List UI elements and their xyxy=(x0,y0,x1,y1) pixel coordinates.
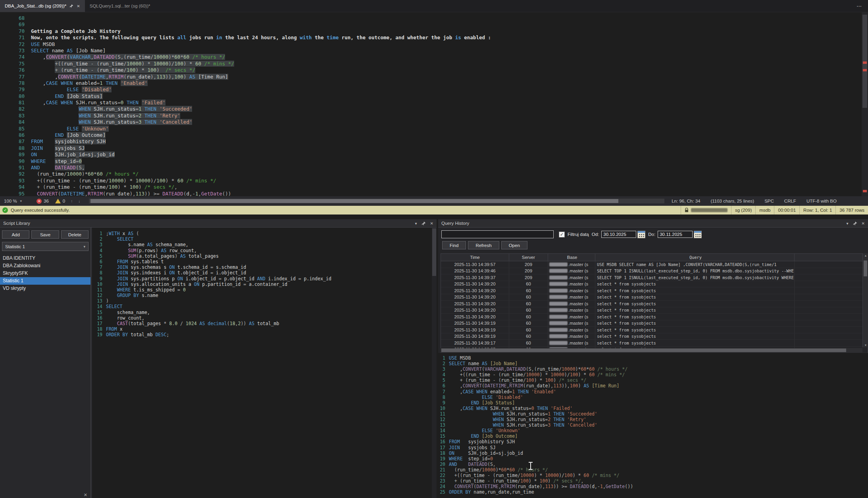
column-header[interactable]: Server xyxy=(509,254,548,261)
code-line: 9 JOIN sys.partitions p ON i.object_id =… xyxy=(92,276,437,282)
history-row[interactable]: 2025-11-30 14:39:37209.master (sSELECT T… xyxy=(441,274,868,281)
line-number: 73 xyxy=(0,48,31,54)
script-editor-scrollbar[interactable] xyxy=(432,228,437,498)
script-list-item[interactable]: VD skrypty xyxy=(0,285,90,292)
column-header[interactable]: Time xyxy=(441,254,509,261)
script-category-select[interactable]: Statistic 1 ▾ xyxy=(2,242,89,251)
warning-icon[interactable] xyxy=(55,199,61,203)
search-input[interactable] xyxy=(441,230,554,238)
close-icon[interactable]: ✕ xyxy=(862,221,865,226)
document-tab[interactable]: DBA_Job_Stat...db (sg (209))*✕ xyxy=(0,0,85,12)
table-cell: 60 xyxy=(509,307,548,314)
chevron-down-icon[interactable]: ▾ xyxy=(847,221,849,226)
scroll-up-icon[interactable]: ▲ xyxy=(863,254,868,257)
table-cell: .master (s xyxy=(548,307,595,314)
scrollbar-thumb[interactable] xyxy=(90,199,618,203)
filter-date-checkbox[interactable]: ✓ xyxy=(559,232,565,238)
history-open-button[interactable]: Open xyxy=(501,241,527,249)
history-row[interactable]: 2025-11-30 14:39:1960.master (sselect * … xyxy=(441,320,868,327)
line-number: 20 xyxy=(438,462,449,467)
panel-title-bar[interactable]: Query History ▾ ✕ xyxy=(438,219,868,228)
code-line: 21 (run_time/10000)*60*60 /* hours */ xyxy=(438,467,868,473)
table-cell: 60 xyxy=(509,333,548,340)
library-add-button[interactable]: Add xyxy=(2,230,29,239)
history-find-button[interactable]: Find xyxy=(442,241,466,249)
close-icon[interactable]: ✕ xyxy=(84,492,87,498)
code-line: 14SELECT xyxy=(92,304,437,309)
error-icon[interactable]: ✕ xyxy=(37,199,42,204)
close-icon[interactable]: ✕ xyxy=(77,4,80,8)
code-line: 7 ,CASE WHEN enabled=1 THEN 'Enabled' xyxy=(438,389,868,395)
code-line: 16FROM sysjobhistory SJH xyxy=(438,439,868,444)
zoom-level: 100 % xyxy=(4,199,17,203)
history-row[interactable]: 2025-11-30 14:39:2060.master (sselect * … xyxy=(441,281,868,288)
document-tab[interactable]: SQLQuery1.sql...ter (sg (60))* xyxy=(85,0,155,12)
calendar-icon[interactable] xyxy=(637,231,645,238)
table-horizontal-scrollbar[interactable] xyxy=(441,348,862,352)
zoom-control[interactable]: 100 % ▾ xyxy=(0,199,31,203)
history-row[interactable]: 2025-11-30 14:39:2060.master (sselect * … xyxy=(441,294,868,301)
code-line: 78 ,CASE WHEN enabled=1 THEN 'Enabled' xyxy=(0,80,862,86)
table-cell: 2025-11-30 14:39:20 xyxy=(441,307,509,314)
table-cell: 2025-11-30 14:39:20 xyxy=(441,281,509,287)
pin-icon[interactable] xyxy=(69,4,73,8)
table-vertical-scrollbar[interactable]: ▲ ▼ xyxy=(862,253,868,347)
history-row[interactable]: 2025-11-30 14:39:2060.master (sselect * … xyxy=(441,301,868,307)
code-line: 10 JOIN sys.allocation_units a ON p.part… xyxy=(92,282,437,287)
close-icon[interactable]: ✕ xyxy=(430,221,433,226)
table-cell: select * from sysobjects xyxy=(595,294,795,301)
code-line: 10 ,CASE WHEN SJH.run_status=0 THEN 'Fai… xyxy=(438,406,868,411)
history-refresh-button[interactable]: Refresh xyxy=(468,241,499,249)
history-row[interactable]: 2025-11-30 14:39:46209.master (sSELECT T… xyxy=(441,268,868,275)
history-row[interactable]: 2025-11-30 14:39:1960.master (sselect * … xyxy=(441,327,868,333)
pin-icon[interactable] xyxy=(853,221,857,226)
history-row[interactable]: 2025-11-30 14:39:2060.master (sselect * … xyxy=(441,307,868,314)
table-cell: 2025-11-30 14:39:19 xyxy=(441,327,509,333)
prev-change-icon[interactable]: ↑ xyxy=(71,199,73,203)
history-row[interactable]: 2025-11-30 14:39:1760.master (sselect * … xyxy=(441,340,868,347)
scrollbar-thumb[interactable] xyxy=(441,349,846,352)
column-header[interactable]: Base xyxy=(548,254,595,261)
table-cell: .master (s xyxy=(548,268,595,274)
column-header[interactable]: Query xyxy=(595,254,795,261)
library-delete-button[interactable]: Delete xyxy=(61,230,89,239)
scrollbar-thumb[interactable] xyxy=(864,260,867,276)
date-from-input[interactable] xyxy=(601,231,636,238)
library-save-button[interactable]: Save xyxy=(31,230,59,239)
history-row[interactable]: 2025-11-30 14:39:2060.master (sselect * … xyxy=(441,287,868,294)
code-line: 19WHERE step_id=0 xyxy=(438,456,868,462)
date-to-input[interactable] xyxy=(658,231,693,238)
table-cell: 60 xyxy=(509,340,548,346)
chevron-down-icon[interactable]: ▾ xyxy=(415,221,417,226)
main-sql-editor[interactable]: 686970Getting a Complete Job History71No… xyxy=(0,12,862,196)
code-line: 80 END [Job Status] xyxy=(0,93,862,100)
line-number: 69 xyxy=(0,21,31,28)
indent-mode[interactable]: SPC xyxy=(764,199,774,203)
pin-icon[interactable] xyxy=(421,221,426,226)
script-list-item[interactable]: DBA IDENTITY xyxy=(0,255,90,262)
query-preview-editor[interactable]: 1USE MSDB2SELECT name AS [Job Name]3 ,CO… xyxy=(438,353,868,498)
script-editor[interactable]: 1;WITH x AS (2 SELECT3 s.name AS schema_… xyxy=(92,228,437,498)
history-row[interactable]: 2025-11-30 14:39:1960.master (sselect * … xyxy=(441,333,868,340)
editor-vertical-scrollbar[interactable] xyxy=(862,12,868,196)
line-number: 15 xyxy=(438,433,449,439)
code-line: 16 row_count, xyxy=(92,315,437,321)
scrollbar-thumb[interactable] xyxy=(432,228,436,276)
script-list-item[interactable]: Statistic 1 xyxy=(0,277,90,285)
line-ending[interactable]: CRLF xyxy=(784,199,796,203)
more-tabs-icon[interactable]: ⋯ xyxy=(851,0,868,12)
editor-horizontal-scrollbar[interactable] xyxy=(89,199,664,203)
history-row[interactable]: 2025-11-30 14:39:57209.master (sUSE MSDB… xyxy=(441,261,868,268)
history-row[interactable]: 2025-11-30 14:39:2060.master (sselect * … xyxy=(441,314,868,320)
code-line: 91AND DATEADD(S, xyxy=(0,165,862,171)
encoding[interactable]: UTF-8 with BO xyxy=(806,199,837,203)
panel-title: Script Library xyxy=(3,221,30,226)
script-list-item[interactable]: SkryptySFK xyxy=(0,270,90,277)
line-number: 90 xyxy=(0,158,31,165)
column-header[interactable] xyxy=(795,254,868,261)
calendar-icon[interactable] xyxy=(694,231,702,238)
scroll-down-icon[interactable]: ▼ xyxy=(863,344,868,347)
next-change-icon[interactable]: ↓ xyxy=(78,199,80,203)
panel-title-bar[interactable]: Script Library ▾ ✕ xyxy=(0,219,437,228)
script-list-item[interactable]: DBA Zablokowani xyxy=(0,262,90,270)
